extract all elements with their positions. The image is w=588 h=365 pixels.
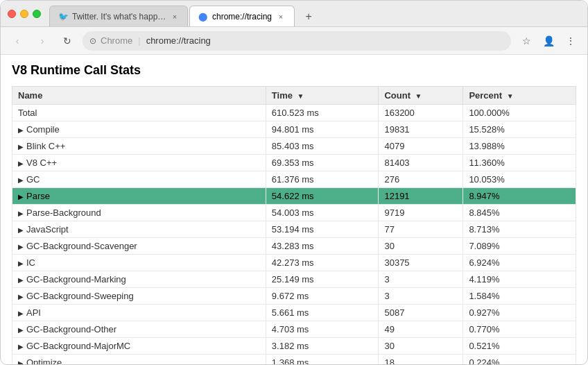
- column-header-percent[interactable]: Percent ▼: [463, 87, 576, 105]
- table-row[interactable]: ▶Parse54.622 ms121918.947%: [12, 188, 576, 205]
- table-row[interactable]: ▶Blink C++85.403 ms407913.988%: [12, 138, 576, 155]
- cell-count: 163200: [379, 105, 463, 121]
- cell-time: 85.403 ms: [266, 138, 379, 155]
- cell-percent: 0.770%: [463, 321, 576, 338]
- cell-percent: 11.360%: [463, 155, 576, 171]
- cell-percent: 8.845%: [463, 205, 576, 221]
- bookmark-button[interactable]: ☆: [517, 31, 536, 51]
- cell-time: 3.182 ms: [266, 338, 379, 355]
- table-row[interactable]: ▶V8 C++69.353 ms8140311.360%: [12, 155, 576, 171]
- cell-time: 69.353 ms: [266, 155, 379, 171]
- profile-button[interactable]: 👤: [539, 31, 558, 51]
- cell-time: 53.194 ms: [266, 221, 379, 238]
- table-row[interactable]: ▶GC61.376 ms27610.053%: [12, 171, 576, 188]
- cell-count: 9719: [379, 205, 463, 221]
- cell-percent: 0.224%: [463, 355, 576, 366]
- cell-name: ▶Parse-Background: [12, 205, 266, 221]
- percent-sort-icon: ▼: [507, 92, 514, 100]
- table-row[interactable]: ▶Compile94.801 ms1983115.528%: [12, 121, 576, 138]
- forward-button[interactable]: ›: [33, 31, 52, 51]
- cell-count: 30375: [379, 255, 463, 271]
- table-row[interactable]: ▶Optimize1.368 ms180.224%: [12, 355, 576, 366]
- table-row[interactable]: ▶GC-Background-MajorMC3.182 ms300.521%: [12, 338, 576, 355]
- expand-icon[interactable]: ▶: [18, 309, 24, 317]
- table-header-row: Name Time ▼ Count ▼ Percent ▼: [12, 87, 576, 105]
- expand-icon[interactable]: ▶: [18, 160, 24, 167]
- table-row[interactable]: ▶GC-Background-Marking25.149 ms34.119%: [12, 271, 576, 288]
- expand-icon[interactable]: ▶: [18, 343, 24, 350]
- table-row[interactable]: Total610.523 ms163200100.000%: [12, 105, 576, 121]
- cell-percent: 7.089%: [463, 238, 576, 255]
- cell-count: 49: [379, 321, 463, 338]
- expand-icon[interactable]: ▶: [18, 243, 24, 251]
- page-title: V8 Runtime Call Stats: [12, 63, 576, 78]
- expand-icon[interactable]: ▶: [18, 143, 24, 151]
- tab-tracing[interactable]: ⬤ chrome://tracing ×: [189, 6, 295, 26]
- title-bar: 🐦 Twitter. It's what's happening. × ⬤ ch…: [1, 1, 587, 27]
- cell-count: 3: [379, 271, 463, 288]
- address-bar-url: chrome://tracing: [146, 35, 211, 46]
- new-tab-button[interactable]: +: [299, 7, 318, 26]
- table-row[interactable]: ▶GC-Background-Scavenger43.283 ms307.089…: [12, 238, 576, 255]
- expand-icon[interactable]: ▶: [18, 359, 24, 365]
- address-bar[interactable]: ⊙ Chrome | chrome://tracing: [83, 31, 511, 51]
- cell-time: 1.368 ms: [266, 355, 379, 366]
- cell-name: ▶GC-Background-MajorMC: [12, 338, 266, 355]
- cell-percent: 15.528%: [463, 121, 576, 138]
- tab-list: 🐦 Twitter. It's what's happening. × ⬤ ch…: [49, 1, 318, 26]
- twitter-favicon-icon: 🐦: [58, 12, 68, 22]
- reload-button[interactable]: ↻: [58, 31, 77, 51]
- cell-time: 54.003 ms: [266, 205, 379, 221]
- tab-twitter-close-button[interactable]: ×: [171, 12, 179, 22]
- address-bar-pipe: |: [138, 35, 140, 46]
- cell-percent: 0.521%: [463, 338, 576, 355]
- cell-time: 43.283 ms: [266, 238, 379, 255]
- expand-icon[interactable]: ▶: [18, 293, 24, 300]
- close-button[interactable]: [8, 10, 16, 18]
- expand-icon[interactable]: ▶: [18, 126, 24, 134]
- cell-count: 30: [379, 338, 463, 355]
- column-header-time[interactable]: Time ▼: [266, 87, 379, 105]
- expand-icon[interactable]: ▶: [18, 326, 24, 334]
- cell-percent: 1.584%: [463, 288, 576, 305]
- cell-name: ▶Blink C++: [12, 138, 266, 155]
- table-row[interactable]: ▶API5.661 ms50870.927%: [12, 305, 576, 321]
- cell-count: 3: [379, 288, 463, 305]
- back-button[interactable]: ‹: [8, 31, 27, 51]
- table-row[interactable]: ▶Parse-Background54.003 ms97198.845%: [12, 205, 576, 221]
- table-row[interactable]: ▶GC-Background-Other4.703 ms490.770%: [12, 321, 576, 338]
- address-bar-chrome-text: Chrome: [101, 35, 132, 46]
- expand-icon[interactable]: ▶: [18, 260, 24, 267]
- cell-name: ▶API: [12, 305, 266, 321]
- expand-icon[interactable]: ▶: [18, 226, 24, 234]
- maximize-button[interactable]: [33, 10, 41, 18]
- cell-percent: 100.000%: [463, 105, 576, 121]
- cell-name: ▶IC: [12, 255, 266, 271]
- cell-time: 42.273 ms: [266, 255, 379, 271]
- expand-icon[interactable]: ▶: [18, 210, 24, 217]
- tab-tracing-close-button[interactable]: ×: [276, 12, 286, 22]
- cell-name: ▶Compile: [12, 121, 266, 138]
- cell-name: ▶GC: [12, 171, 266, 188]
- tab-twitter[interactable]: 🐦 Twitter. It's what's happening. ×: [49, 6, 188, 26]
- column-header-name[interactable]: Name: [12, 87, 266, 105]
- menu-button[interactable]: ⋮: [561, 31, 580, 51]
- minimize-button[interactable]: [20, 10, 28, 18]
- cell-time: 4.703 ms: [266, 321, 379, 338]
- cell-percent: 0.927%: [463, 305, 576, 321]
- cell-time: 5.661 ms: [266, 305, 379, 321]
- cell-name: ▶GC-Background-Sweeping: [12, 288, 266, 305]
- cell-time: 9.672 ms: [266, 288, 379, 305]
- cell-time: 54.622 ms: [266, 188, 379, 205]
- table-row[interactable]: ▶IC42.273 ms303756.924%: [12, 255, 576, 271]
- expand-icon[interactable]: ▶: [18, 176, 24, 184]
- security-icon: ⊙: [89, 36, 96, 46]
- stats-table: Name Time ▼ Count ▼ Percent ▼ Total610.5…: [12, 86, 576, 365]
- column-header-count[interactable]: Count ▼: [379, 87, 463, 105]
- cell-count: 81403: [379, 155, 463, 171]
- expand-icon[interactable]: ▶: [18, 193, 24, 201]
- expand-icon[interactable]: ▶: [18, 276, 24, 284]
- table-row[interactable]: ▶JavaScript53.194 ms778.713%: [12, 221, 576, 238]
- cell-percent: 6.924%: [463, 255, 576, 271]
- table-row[interactable]: ▶GC-Background-Sweeping9.672 ms31.584%: [12, 288, 576, 305]
